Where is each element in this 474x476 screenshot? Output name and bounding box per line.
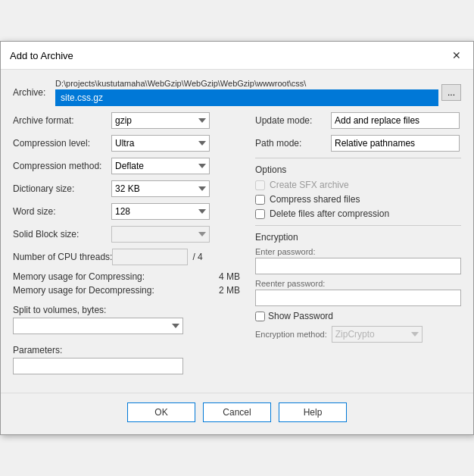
show-password-label: Show Password [268, 311, 333, 321]
memory-decompress-row: Memory usage for Decompressing: 2 MB [13, 285, 240, 296]
encryption-method-label: Encryption method: [255, 330, 327, 339]
browse-button[interactable]: ... [441, 84, 461, 101]
left-column: Archive format: gzip zip 7z tar bzip2 Co… [13, 112, 248, 380]
archive-format-row: Archive format: gzip zip 7z tar bzip2 [13, 112, 240, 129]
threads-select[interactable] [112, 249, 188, 265]
split-row: Split to volumes, bytes: [13, 305, 240, 334]
word-size-row: Word size: 8 16 32 64 128 256 [13, 203, 240, 220]
threads-row: Number of CPU threads: / 4 [13, 249, 240, 265]
dictionary-size-select[interactable]: 4 KB 8 KB 16 KB 32 KB 64 KB [111, 180, 210, 197]
reenter-password-label: Reenter password: [255, 279, 461, 288]
params-label: Parameters: [13, 345, 111, 355]
params-input[interactable] [13, 358, 183, 374]
archive-format-label: Archive format: [13, 115, 111, 126]
split-label: Split to volumes, bytes: [13, 305, 111, 315]
encryption-method-row: Encryption method: ZipCrypto AES-256 [255, 326, 461, 343]
encryption-method-select[interactable]: ZipCrypto AES-256 [332, 326, 423, 343]
archive-row: Archive: D:\projects\kustutamaha\WebGzip… [13, 79, 461, 106]
enter-password-label: Enter password: [255, 247, 461, 256]
compression-method-label: Compression method: [13, 161, 111, 171]
word-size-label: Word size: [13, 206, 111, 217]
reenter-password-section: Reenter password: [255, 279, 461, 311]
threads-label: Number of CPU threads: [13, 252, 112, 262]
dialog-add-to-archive: Add to Archive ✕ Archive: D:\projects\ku… [0, 41, 474, 435]
compress-shared-checkbox[interactable] [255, 195, 265, 205]
solid-block-select[interactable] [111, 226, 210, 243]
delete-files-checkbox[interactable] [255, 209, 265, 219]
split-select[interactable] [13, 318, 183, 334]
dialog-footer: OK Cancel Help [1, 393, 473, 434]
enter-password-input[interactable] [255, 258, 461, 274]
show-password-checkbox[interactable] [255, 312, 265, 321]
compress-shared-label: Compress shared files [270, 194, 360, 205]
archive-label: Archive: [13, 87, 52, 98]
create-sfx-checkbox[interactable] [255, 180, 265, 190]
path-mode-row: Path mode: Relative pathnames Full pathn… [255, 135, 461, 152]
compression-method-select[interactable]: Deflate Deflate64 BZip2 LZMA [111, 158, 210, 174]
compression-level-select[interactable]: Store Fastest Fast Normal Maximum Ultra [111, 135, 210, 152]
create-sfx-label: Create SFX archive [270, 180, 349, 190]
memory-compress-value: 4 MB [219, 271, 240, 282]
params-row: Parameters: [13, 345, 240, 374]
archive-format-select[interactable]: gzip zip 7z tar bzip2 [111, 112, 210, 129]
right-column: Update mode: Add and replace files Updat… [248, 112, 461, 380]
dictionary-size-row: Dictionary size: 4 KB 8 KB 16 KB 32 KB 6… [13, 180, 240, 197]
update-mode-label: Update mode: [255, 115, 331, 126]
update-mode-select[interactable]: Add and replace files Update and add fil… [331, 112, 460, 129]
memory-decompress-label: Memory usage for Decompressing: [13, 285, 154, 296]
solid-block-row: Solid Block size: [13, 226, 240, 243]
enter-password-section: Enter password: [255, 247, 461, 279]
dialog-content: Archive: D:\projects\kustutamaha\WebGzip… [1, 70, 473, 393]
compression-level-row: Compression level: Store Fastest Fast No… [13, 135, 240, 152]
options-title: Options [255, 164, 461, 175]
solid-block-label: Solid Block size: [13, 229, 111, 240]
word-size-select[interactable]: 8 16 32 64 128 256 [111, 203, 210, 220]
update-mode-row: Update mode: Add and replace files Updat… [255, 112, 461, 129]
compression-method-row: Compression method: Deflate Deflate64 BZ… [13, 158, 240, 174]
reenter-password-input[interactable] [255, 290, 461, 306]
compress-shared-row: Compress shared files [255, 194, 461, 205]
encryption-divider [255, 225, 461, 226]
delete-files-row: Delete files after compression [255, 208, 461, 219]
compression-level-label: Compression level: [13, 138, 111, 149]
title-bar: Add to Archive ✕ [1, 42, 473, 70]
main-columns: Archive format: gzip zip 7z tar bzip2 Co… [13, 112, 461, 380]
close-button[interactable]: ✕ [449, 48, 464, 63]
archive-path-wrapper: D:\projects\kustutamaha\WebGzip\WebGzip\… [55, 79, 438, 106]
options-divider [255, 158, 461, 158]
create-sfx-row: Create SFX archive [255, 180, 461, 190]
show-password-row: Show Password [255, 311, 461, 321]
dialog-title: Add to Archive [10, 50, 73, 61]
memory-compress-label: Memory usage for Compressing: [13, 271, 145, 282]
archive-path-input[interactable] [55, 89, 438, 106]
cancel-button[interactable]: Cancel [203, 402, 271, 422]
ok-button[interactable]: OK [127, 402, 195, 422]
archive-path-above: D:\projects\kustutamaha\WebGzip\WebGzip\… [55, 79, 438, 88]
path-mode-select[interactable]: Relative pathnames Full pathnames Absolu… [331, 135, 460, 152]
dictionary-size-label: Dictionary size: [13, 183, 111, 194]
memory-decompress-value: 2 MB [219, 285, 240, 296]
encryption-title: Encryption [255, 232, 461, 243]
help-button[interactable]: Help [279, 402, 347, 422]
memory-compress-row: Memory usage for Compressing: 4 MB [13, 271, 240, 282]
delete-files-label: Delete files after compression [270, 208, 389, 219]
path-mode-label: Path mode: [255, 138, 331, 149]
threads-value: / 4 [192, 252, 202, 262]
